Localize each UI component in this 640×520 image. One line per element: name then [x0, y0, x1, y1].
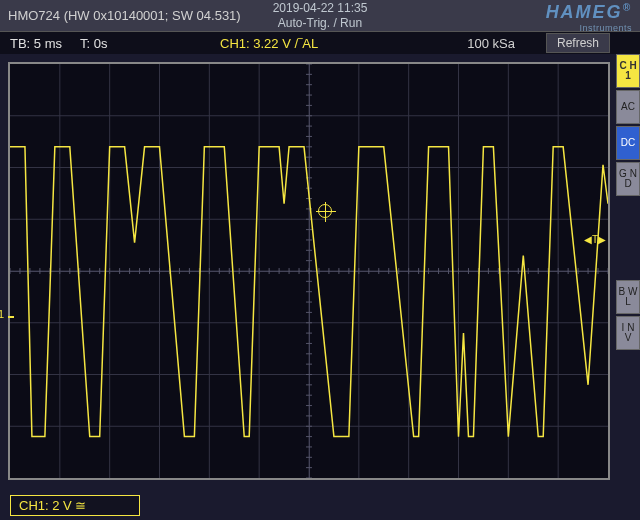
ch1-zero-marker [8, 316, 14, 318]
trigger-cursor-icon [318, 204, 332, 218]
waveform-plot [10, 64, 608, 478]
device-id: HMO724 (HW 0x10140001; SW 04.531) [8, 8, 241, 23]
timestamp: 2019-04-22 11:35 [273, 1, 368, 15]
bandwidth-limit-button[interactable]: B W L [616, 280, 640, 314]
ch1-voltage: CH1: 3.22 V /‾AL [220, 36, 318, 51]
header-center: 2019-04-22 11:35 Auto-Trig. / Run [273, 1, 368, 30]
channel-1-button[interactable]: C H 1 [616, 54, 640, 88]
status-bar: TB: 5 ms T: 0s CH1: 3.22 V /‾AL 100 kSa … [0, 32, 640, 54]
brand-text: HAMEG [546, 2, 623, 22]
coupling-ac-button[interactable]: AC [616, 90, 640, 124]
ch1-scale-badge: CH1: 2 V ≅ [10, 495, 140, 516]
refresh-button[interactable]: Refresh [546, 33, 610, 53]
brand-logo: HAMEG® Instruments [546, 2, 632, 33]
coupling-dc-button[interactable]: DC [616, 126, 640, 160]
time-position: T: 0s [80, 36, 107, 51]
invert-button[interactable]: I N V [616, 316, 640, 350]
header-bar: HMO724 (HW 0x10140001; SW 04.531) 2019-0… [0, 0, 640, 32]
trigger-mode: Auto-Trig. / Run [273, 16, 368, 30]
timebase-label: TB: 5 ms [10, 36, 62, 51]
oscilloscope-grid: ◀T▶ [8, 62, 610, 480]
coupling-gnd-button[interactable]: G N D [616, 162, 640, 196]
sample-rate: 100 kSa [467, 36, 515, 51]
brand-sub: Instruments [546, 23, 632, 33]
trigger-level-marker: ◀T▶ [584, 234, 606, 245]
side-spacer [616, 198, 640, 278]
side-panel: C H 1 AC DC G N D B W L I N V [616, 54, 640, 350]
